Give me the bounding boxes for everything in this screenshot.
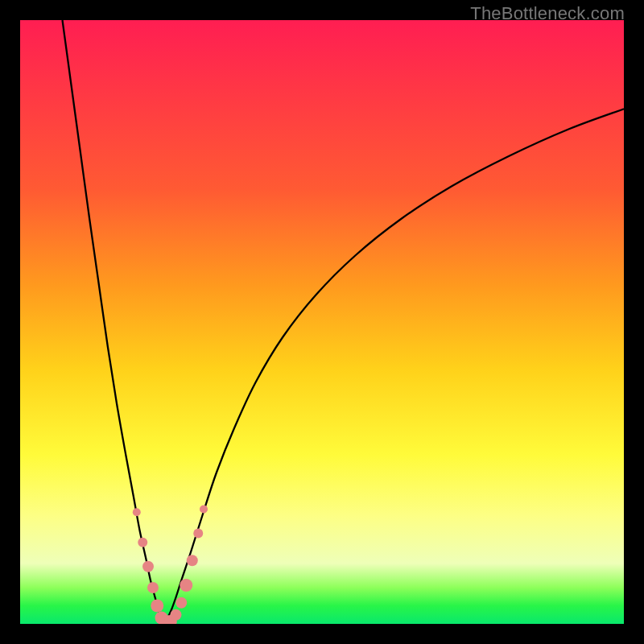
highlight-dot — [142, 561, 154, 572]
bottleneck-curve-left — [63, 20, 164, 624]
highlight-dot — [200, 506, 208, 514]
highlight-dot — [151, 600, 163, 613]
plot-area — [20, 20, 624, 624]
highlight-dot — [171, 609, 182, 621]
highlight-dot — [175, 597, 187, 609]
highlight-dot — [180, 579, 192, 592]
highlight-dot — [138, 538, 147, 547]
outer-frame: TheBottleneck.com — [0, 0, 644, 644]
highlight-dot — [193, 529, 203, 539]
curve-layer — [20, 20, 624, 624]
highlight-dot — [133, 508, 141, 516]
highlight-markers — [133, 506, 208, 625]
highlight-dot — [147, 582, 159, 593]
bottleneck-curve-right — [164, 109, 625, 624]
highlight-dot — [187, 555, 198, 566]
